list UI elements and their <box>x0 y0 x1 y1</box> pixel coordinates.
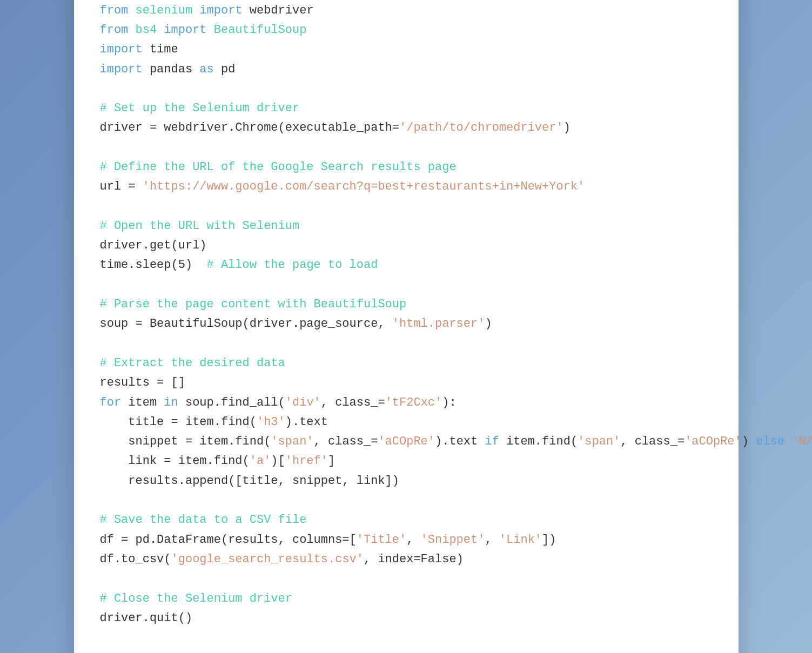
code-block: from selenium import webdriver from bs4 … <box>100 0 713 653</box>
line-16: # Parse the page content with BeautifulS… <box>100 298 407 311</box>
line-22: title = item.find('h3').text <box>100 415 328 429</box>
line-31: # Close the Selenium driver <box>100 592 292 605</box>
line-32: driver.quit() <box>100 611 193 625</box>
line-7: driver = webdriver.Chrome(executable_pat… <box>100 121 571 134</box>
line-29: df.to_csv('google_search_results.csv', i… <box>100 553 464 566</box>
line-23: snippet = item.find('span', class_='aCOp… <box>100 435 813 448</box>
line-3: import time <box>100 43 178 56</box>
line-12: # Open the URL with Selenium <box>100 219 300 233</box>
line-21: for item in soup.find_all('div', class_=… <box>100 396 457 409</box>
line-28: df = pd.DataFrame(results, columns=['Tit… <box>100 533 556 547</box>
line-6: # Set up the Selenium driver <box>100 102 300 115</box>
line-13: driver.get(url) <box>100 239 207 252</box>
line-27: # Save the data to a CSV file <box>100 513 307 527</box>
line-17: soup = BeautifulSoup(driver.page_source,… <box>100 317 492 331</box>
line-25: results.append([title, snippet, link]) <box>100 474 400 488</box>
line-14: time.sleep(5) # Allow the page to load <box>100 258 378 272</box>
line-4: import pandas as pd <box>100 63 236 76</box>
line-10: url = 'https://www.google.com/search?q=b… <box>100 180 585 193</box>
line-20: results = [] <box>100 376 185 389</box>
line-1: from selenium import webdriver <box>100 4 314 17</box>
code-container: from selenium import webdriver from bs4 … <box>74 0 739 653</box>
line-9: # Define the URL of the Google Search re… <box>100 160 457 174</box>
line-24: link = item.find('a')['href'] <box>100 454 335 468</box>
line-2: from bs4 import BeautifulSoup <box>100 23 307 37</box>
line-19: # Extract the desired data <box>100 356 285 370</box>
